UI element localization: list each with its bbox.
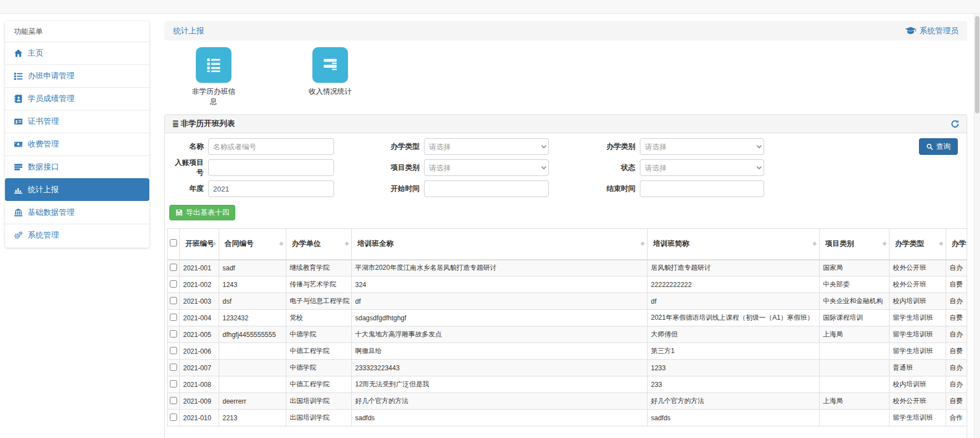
end-time-input[interactable]	[640, 180, 764, 197]
user-menu[interactable]: 系统管理员	[905, 26, 958, 36]
sidebar-item-label: 基础数据管理	[28, 208, 74, 218]
cell-clipped: 自费	[946, 310, 967, 326]
data-interface-icon	[14, 163, 23, 172]
row-checkbox[interactable]	[170, 314, 177, 321]
status-select[interactable]: 请选择	[640, 159, 764, 176]
col-header-short-name[interactable]: 培训班简称	[648, 229, 820, 260]
account-filter-group: 入账项目号	[169, 158, 334, 178]
cell-contract-id: 1243	[219, 276, 286, 293]
cell-clipped: 自办	[946, 260, 967, 276]
col-header-school-type[interactable]: 办学类型	[890, 229, 946, 260]
row-checkbox[interactable]	[170, 297, 177, 304]
cell-project-type: 中央企业和金融机构	[820, 293, 890, 310]
cell-school-type: 校外公开班	[890, 260, 946, 276]
income-statistics-icon	[312, 47, 348, 83]
school-type-select[interactable]: 请选择	[424, 138, 549, 155]
sidebar-item-fees[interactable]: 收费管理	[5, 133, 149, 155]
end-time-label: 结束时间	[590, 184, 640, 194]
start-time-input[interactable]	[424, 180, 549, 197]
scrollbar-thumb[interactable]	[975, 16, 979, 113]
category-select[interactable]: 请选择	[640, 138, 764, 155]
cell-project-type: 上海局	[820, 393, 890, 410]
refresh-icon[interactable]	[951, 119, 959, 128]
cell-project-type: 国际课程培训	[820, 310, 890, 326]
account-input[interactable]	[208, 159, 334, 176]
row-checkbox[interactable]	[170, 264, 177, 271]
user-name: 系统管理员	[920, 26, 958, 36]
sidebar-item-data-interface[interactable]: 数据接口	[5, 155, 149, 178]
filter-row-2: 入账项目号 项目类别 请选择 状态 请选择	[169, 158, 962, 178]
col-header-project-type[interactable]: 项目类别	[820, 229, 890, 260]
sidebar-item-home[interactable]: 主页	[5, 42, 149, 64]
cell-class-id: 2021-006	[180, 343, 219, 360]
select-all-checkbox[interactable]	[170, 239, 177, 246]
row-checkbox[interactable]	[170, 347, 177, 354]
col-header-full-name[interactable]: 培训班全称	[352, 229, 648, 260]
fees-icon	[14, 140, 23, 149]
table-row: 2021-004 1232432 党校 sdagsdfgdfhtghgf 202…	[168, 310, 967, 326]
sidebar-item-certificate[interactable]: 证书管理	[5, 110, 149, 133]
cell-project-type: 上海局	[820, 326, 890, 343]
cell-full-name: 324	[352, 276, 648, 293]
sidebar-item-system[interactable]: 系统管理	[5, 224, 149, 246]
cell-school-unit: 继续教育学院	[286, 260, 352, 276]
row-checkbox-cell	[168, 293, 180, 310]
export-button[interactable]: 导出基表十四	[169, 205, 235, 220]
search-button[interactable]: 查询	[919, 138, 958, 155]
shortcuts: 非学历办班信息 收入情况统计	[180, 47, 967, 106]
year-label: 年度	[169, 184, 208, 194]
year-input[interactable]	[208, 180, 334, 197]
sidebar-item-base-data[interactable]: 基础数据管理	[5, 201, 149, 224]
cell-contract-id: deerrerr	[219, 393, 286, 410]
shortcut-income-statistics[interactable]: 收入情况统计	[296, 47, 364, 106]
category-label: 办学类别	[590, 142, 640, 152]
sidebar-item-label: 数据接口	[28, 162, 59, 172]
row-checkbox-cell	[168, 410, 180, 426]
scrollbar-track	[974, 14, 980, 438]
cell-school-type: 校内培训班	[890, 376, 946, 393]
cell-project-type: 国家局	[820, 260, 890, 276]
row-checkbox[interactable]	[170, 364, 177, 371]
sidebar-item-class-application[interactable]: 办班申请管理	[5, 64, 149, 87]
class-table: 开班编号 合同编号 办学单位 培训班全称 培训班简称 项目类别 办学类型 办学 …	[167, 228, 967, 426]
name-input[interactable]	[208, 138, 334, 155]
project-type-select[interactable]: 请选择	[424, 159, 549, 176]
cell-clipped: 合作	[946, 410, 967, 426]
col-header-school-unit[interactable]: 办学单位	[286, 229, 352, 260]
shortcut-label: 收入情况统计	[307, 87, 353, 97]
cell-full-name: 平湖市2020年度江南水乡名居风貌打造专题研讨	[352, 260, 648, 276]
category-filter-group: 办学类别 请选择	[590, 138, 764, 155]
status-filter-group: 状态 请选择	[590, 159, 764, 176]
row-checkbox[interactable]	[170, 380, 177, 387]
panel-title-wrap: ≣ 非学历开班列表	[172, 119, 235, 129]
name-filter-group: 名称	[169, 138, 334, 155]
cell-project-type	[820, 410, 890, 426]
system-icon	[14, 231, 23, 240]
row-checkbox-cell	[168, 393, 180, 410]
cell-short-name: 1233	[648, 360, 820, 376]
select-all-header	[168, 229, 180, 260]
cell-class-id: 2021-001	[180, 260, 219, 276]
row-checkbox[interactable]	[170, 330, 177, 338]
start-time-label: 开始时间	[375, 184, 424, 194]
row-checkbox[interactable]	[170, 414, 177, 421]
shortcut-non-degree-class-info[interactable]: 非学历办班信息	[180, 47, 247, 106]
breadcrumb[interactable]: 统计上报	[173, 26, 204, 36]
sort-icon	[211, 239, 217, 248]
col-header-contract-id[interactable]: 合同编号	[219, 229, 286, 260]
row-checkbox[interactable]	[170, 397, 177, 404]
search-button-label: 查询	[936, 142, 951, 152]
col-header-class-id[interactable]: 开班编号	[180, 229, 219, 260]
col-header-clipped[interactable]: 办学	[946, 229, 967, 260]
table-row: 2021-009 deerrerr 出国培训学院 好几个官方的方法 好几个官方的…	[168, 393, 967, 410]
cell-short-name: 233	[648, 376, 820, 393]
cell-class-id: 2021-008	[180, 376, 219, 393]
cell-class-id: 2021-010	[180, 410, 219, 426]
sidebar-item-student-scores[interactable]: 学员成绩管理	[5, 87, 149, 110]
row-checkbox[interactable]	[170, 280, 177, 288]
project-type-filter-group: 项目类别 请选择	[375, 159, 549, 176]
cell-school-unit: 党校	[286, 310, 352, 326]
sidebar-item-statistics[interactable]: 统计上报	[5, 178, 149, 201]
sidebar-item-label: 收费管理	[28, 139, 59, 149]
cell-class-id: 2021-002	[180, 276, 219, 293]
